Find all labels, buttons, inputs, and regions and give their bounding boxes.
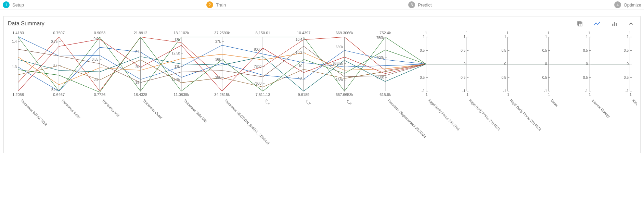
svg-text:1.2058: 1.2058	[12, 93, 24, 97]
svg-text:0: 0	[586, 62, 588, 66]
panel-title: Data Summary	[8, 21, 44, 27]
svg-text:0.8: 0.8	[93, 78, 98, 82]
axis-label: Thickness Inner	[61, 98, 81, 119]
svg-text:10: 10	[298, 64, 302, 68]
svg-text:0.7: 0.7	[53, 63, 57, 67]
axis-label: Internal Energy	[591, 98, 611, 119]
svg-text:19: 19	[135, 81, 139, 84]
axis-label: Rigid Body Force 2812794	[428, 98, 461, 132]
step-predict[interactable]: 3 Predict	[408, 1, 432, 8]
axis-label: Mass	[550, 98, 559, 107]
svg-text:1: 1	[423, 35, 425, 39]
svg-text:12.5k: 12.5k	[171, 51, 180, 55]
svg-text:-1: -1	[503, 89, 506, 93]
svg-text:13.1102k: 13.1102k	[173, 31, 189, 35]
stepper-line	[433, 5, 613, 5]
axis-label: v_z	[346, 98, 353, 105]
svg-text:1.3: 1.3	[12, 65, 17, 69]
axis-label: Rigid Body Force 2814072	[509, 98, 542, 132]
svg-text:0.5: 0.5	[542, 49, 547, 52]
axis-label: Thickness SECTION_SHELL_2000421	[224, 98, 271, 146]
svg-text:615.6k: 615.6k	[379, 93, 391, 97]
svg-text:-0.5: -0.5	[541, 76, 547, 79]
svg-text:1: 1	[627, 35, 629, 39]
axis-label: Rigid Body Force 2814071	[468, 98, 502, 132]
line-chart-icon[interactable]	[594, 21, 601, 27]
step-optimize-badge: 4	[614, 1, 621, 8]
svg-text:10.4: 10.4	[296, 38, 302, 41]
svg-text:1: 1	[464, 35, 466, 39]
svg-text:752.4k: 752.4k	[379, 31, 391, 35]
svg-text:0.9: 0.9	[93, 37, 98, 41]
svg-text:0.5: 0.5	[583, 49, 588, 52]
svg-text:1: 1	[466, 31, 468, 35]
svg-text:-0.5: -0.5	[500, 76, 506, 79]
svg-text:37k: 37k	[215, 40, 221, 44]
axis-label: Thickness Side Mid	[183, 98, 208, 123]
svg-text:9.8: 9.8	[297, 77, 302, 81]
panel-header: Data Summary	[8, 21, 636, 27]
step-setup-badge: 1	[3, 1, 10, 8]
svg-text:-1: -1	[544, 89, 547, 93]
step-train-badge: 2	[206, 1, 213, 8]
step-setup-label: Setup	[12, 2, 24, 8]
svg-text:1: 1	[425, 31, 427, 35]
panel-actions	[577, 21, 636, 27]
svg-text:1: 1	[629, 31, 631, 35]
svg-text:1: 1	[548, 31, 550, 35]
svg-text:1: 1	[588, 31, 590, 35]
axis-label: Thickness Mid	[101, 98, 120, 118]
svg-text:21: 21	[135, 50, 139, 54]
svg-text:668k: 668k	[336, 78, 344, 82]
data-summary-panel: Data Summary	[3, 16, 641, 153]
svg-text:10.4397: 10.4397	[297, 31, 311, 35]
axis-label: Resultant Displacement 2021524	[387, 98, 427, 139]
svg-text:11.5k: 11.5k	[171, 78, 180, 82]
svg-text:34.2515k: 34.2515k	[214, 93, 230, 97]
svg-text:-0.5: -0.5	[623, 76, 629, 79]
svg-text:750k: 750k	[376, 36, 384, 40]
svg-text:0.9053: 0.9053	[94, 31, 106, 35]
parallel-coordinates-chart[interactable]: 1.41831.20581.41.3Thickness IMPACTOR0.75…	[8, 29, 636, 153]
svg-text:0.7597: 0.7597	[53, 31, 65, 35]
svg-text:18.4328: 18.4328	[134, 93, 147, 97]
step-optimize-label: Optimize	[624, 2, 641, 8]
svg-text:37.2593k: 37.2593k	[214, 31, 230, 35]
svg-text:-1: -1	[422, 89, 425, 93]
svg-text:0: 0	[423, 62, 425, 66]
bar-chart-icon[interactable]	[611, 21, 618, 27]
axis-label: Thickness IMPACTOR	[20, 98, 48, 127]
svg-text:0.6467: 0.6467	[53, 93, 65, 97]
svg-text:0.7726: 0.7726	[94, 93, 106, 97]
step-train[interactable]: 2 Train	[206, 1, 226, 8]
table-icon[interactable]	[577, 21, 583, 27]
svg-rect-6	[612, 24, 613, 26]
svg-text:0: 0	[464, 62, 466, 66]
step-predict-label: Predict	[418, 2, 432, 8]
collapse-icon[interactable]	[629, 21, 633, 26]
svg-text:-1: -1	[585, 89, 588, 93]
svg-text:13k: 13k	[175, 38, 180, 42]
step-setup[interactable]: 1 Setup	[3, 1, 24, 8]
stepper-line	[227, 5, 407, 5]
svg-text:0: 0	[545, 62, 547, 66]
svg-text:-1: -1	[626, 89, 629, 93]
svg-text:650k: 650k	[376, 75, 384, 79]
svg-text:1.4183: 1.4183	[12, 31, 24, 35]
svg-text:0.5: 0.5	[501, 49, 506, 52]
step-optimize[interactable]: 4 Optimize	[614, 1, 641, 8]
svg-text:1: 1	[504, 35, 506, 39]
svg-text:0: 0	[627, 62, 629, 66]
axis-label: Kinetic Energy	[632, 98, 637, 118]
svg-text:0: 0	[504, 62, 506, 66]
workflow-stepper: 1 Setup 2 Train 3 Predict 4 Optimize	[0, 0, 644, 10]
svg-text:-1: -1	[424, 93, 428, 97]
step-predict-badge: 3	[408, 1, 415, 8]
svg-text:12k: 12k	[175, 65, 180, 69]
svg-text:0.5: 0.5	[624, 49, 629, 52]
svg-text:7800: 7800	[254, 65, 262, 69]
svg-text:9.6189: 9.6189	[298, 93, 310, 97]
svg-text:-0.5: -0.5	[460, 76, 466, 79]
svg-text:0.5: 0.5	[420, 49, 425, 52]
svg-text:-1: -1	[506, 93, 510, 97]
